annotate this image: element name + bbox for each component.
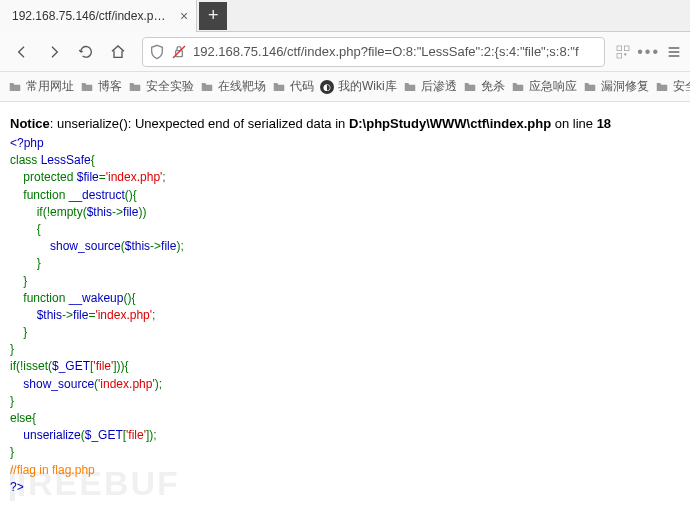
home-button[interactable]: [104, 38, 132, 66]
svg-rect-4: [617, 53, 622, 58]
folder-icon: [128, 80, 142, 94]
bookmark-item[interactable]: 代码: [272, 78, 314, 95]
folder-icon: [511, 80, 525, 94]
bookmark-item[interactable]: 安全文: [655, 78, 690, 95]
nav-toolbar: 192.168.75.146/ctf/index.php?file=O:8:"L…: [0, 32, 690, 72]
url-bar[interactable]: 192.168.75.146/ctf/index.php?file=O:8:"L…: [142, 37, 605, 67]
bookmark-item[interactable]: 免杀: [463, 78, 505, 95]
folder-icon: [80, 80, 94, 94]
php-source: <?php class LessSafe{ protected $file='i…: [10, 135, 680, 496]
url-text: 192.168.75.146/ctf/index.php?file=O:8:"L…: [193, 44, 579, 59]
svg-rect-2: [617, 46, 622, 51]
folder-icon: [272, 80, 286, 94]
toolbar-right: •••: [615, 43, 682, 61]
folder-icon: [655, 80, 669, 94]
overflow-dots[interactable]: •••: [637, 43, 660, 61]
forward-button[interactable]: [40, 38, 68, 66]
bookmark-item[interactable]: 在线靶场: [200, 78, 266, 95]
wiki-icon: ◐: [320, 80, 334, 94]
watermark: REEBUF: [10, 464, 180, 503]
qr-icon[interactable]: [615, 44, 631, 60]
tab-bar: 192.168.75.146/ctf/index.php?fil × +: [0, 0, 690, 32]
bookmark-item[interactable]: 后渗透: [403, 78, 457, 95]
reload-button[interactable]: [72, 38, 100, 66]
tab-title: 192.168.75.146/ctf/index.php?fil: [12, 9, 172, 23]
folder-icon: [8, 80, 22, 94]
php-notice: Notice: unserialize(): Unexpected end of…: [10, 116, 680, 131]
bookmark-item[interactable]: 安全实验: [128, 78, 194, 95]
shield-icon: [149, 44, 165, 60]
page-content: Notice: unserialize(): Unexpected end of…: [0, 102, 690, 509]
folder-icon: [200, 80, 214, 94]
bookmarks-bar: 常用网址 博客 安全实验 在线靶场 代码 ◐我的Wiki库 后渗透 免杀 应急响…: [0, 72, 690, 102]
folder-icon: [403, 80, 417, 94]
bookmark-item[interactable]: 博客: [80, 78, 122, 95]
svg-rect-3: [625, 46, 630, 51]
folder-icon: [583, 80, 597, 94]
svg-rect-5: [625, 53, 627, 55]
lock-strike-icon: [171, 44, 187, 60]
bookmark-item[interactable]: 漏洞修复: [583, 78, 649, 95]
close-icon[interactable]: ×: [180, 8, 188, 24]
bookmark-item[interactable]: ◐我的Wiki库: [320, 78, 397, 95]
hamburger-icon[interactable]: [666, 44, 682, 60]
bookmark-item[interactable]: 应急响应: [511, 78, 577, 95]
bookmark-item[interactable]: 常用网址: [8, 78, 74, 95]
new-tab-button[interactable]: +: [199, 2, 227, 30]
folder-icon: [463, 80, 477, 94]
browser-tab[interactable]: 192.168.75.146/ctf/index.php?fil ×: [0, 0, 197, 32]
back-button[interactable]: [8, 38, 36, 66]
